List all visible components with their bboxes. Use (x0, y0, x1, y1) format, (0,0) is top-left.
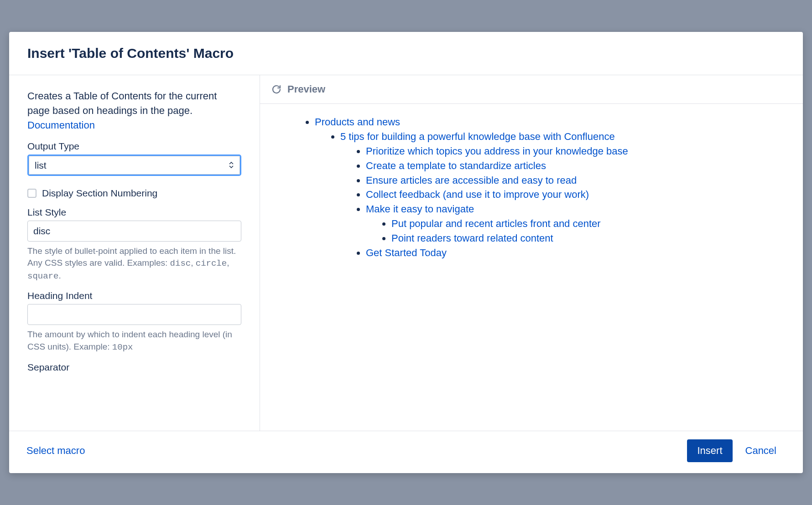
toc-item: Collect feedback (and use it to improve … (366, 187, 785, 202)
heading-indent-input[interactable] (27, 304, 241, 325)
section-numbering-field: Display Section Numbering (27, 188, 241, 199)
list-style-field: List Style The style of bullet-point app… (27, 207, 241, 283)
heading-indent-label: Heading Indent (27, 290, 241, 301)
dialog-header: Insert 'Table of Contents' Macro (9, 32, 803, 75)
output-type-select-wrap: list (27, 155, 241, 176)
documentation-link[interactable]: Documentation (27, 119, 95, 131)
toc-item: Ensure articles are accessible and easy … (366, 173, 785, 188)
heading-indent-field: Heading Indent The amount by which to in… (27, 290, 241, 353)
separator-label: Separator (27, 362, 241, 373)
toc-link[interactable]: Make it easy to navigate (366, 203, 474, 215)
list-style-label: List Style (27, 207, 241, 218)
toc-link[interactable]: Get Started Today (366, 247, 447, 258)
insert-button[interactable]: Insert (687, 439, 732, 462)
toc-link[interactable]: Collect feedback (and use it to improve … (366, 189, 589, 200)
refresh-icon[interactable] (271, 84, 282, 95)
output-type-select[interactable]: list (29, 156, 240, 175)
toc-link[interactable]: Prioritize which topics you address in y… (366, 145, 628, 157)
description-text: Creates a Table of Contents for the curr… (27, 90, 217, 116)
toc-item: Point readers toward related content (391, 231, 785, 246)
list-style-help: The style of bullet-point applied to eac… (27, 245, 241, 283)
macro-description: Creates a Table of Contents for the curr… (27, 89, 241, 133)
toc-link[interactable]: Put popular and recent articles front an… (391, 218, 601, 229)
footer-actions: Insert Cancel (687, 439, 785, 462)
cancel-button[interactable]: Cancel (737, 439, 785, 462)
list-style-input[interactable] (27, 221, 241, 242)
toc-link[interactable]: Create a template to standardize article… (366, 160, 546, 171)
section-numbering-checkbox[interactable] (27, 189, 36, 198)
toc-root: Products and news 5 tips for building a … (315, 115, 785, 260)
dialog-title: Insert 'Table of Contents' Macro (27, 46, 785, 61)
macro-dialog: Insert 'Table of Contents' Macro Creates… (9, 32, 803, 473)
toc-item: Make it easy to navigate Put popular and… (366, 202, 785, 246)
dialog-footer: Select macro Insert Cancel (9, 431, 803, 473)
toc-item: Get Started Today (366, 246, 785, 260)
toc-item: Create a template to standardize article… (366, 159, 785, 173)
toc-item: Products and news 5 tips for building a … (315, 115, 785, 260)
preview-title: Preview (287, 83, 325, 95)
toc-item: Put popular and recent articles front an… (391, 216, 785, 231)
select-macro-button[interactable]: Select macro (22, 441, 89, 460)
output-type-field: Output Type list (27, 141, 241, 176)
config-panel: Creates a Table of Contents for the curr… (9, 75, 260, 431)
output-type-label: Output Type (27, 141, 241, 152)
toc-item: 5 tips for building a powerful knowledge… (340, 129, 785, 260)
separator-field: Separator (27, 362, 241, 373)
preview-panel: Preview Products and news 5 tips for bui… (260, 75, 803, 431)
toc-item: Prioritize which topics you address in y… (366, 144, 785, 159)
toc-link[interactable]: Point readers toward related content (391, 232, 553, 244)
dialog-body: Creates a Table of Contents for the curr… (9, 75, 803, 431)
toc-link[interactable]: Ensure articles are accessible and easy … (366, 175, 577, 186)
preview-content: Products and news 5 tips for building a … (260, 104, 803, 271)
section-numbering-label[interactable]: Display Section Numbering (42, 188, 157, 199)
toc-link[interactable]: Products and news (315, 116, 400, 128)
heading-indent-help: The amount by which to indent each headi… (27, 329, 241, 353)
toc-link[interactable]: 5 tips for building a powerful knowledge… (340, 131, 615, 142)
preview-header: Preview (260, 75, 803, 104)
